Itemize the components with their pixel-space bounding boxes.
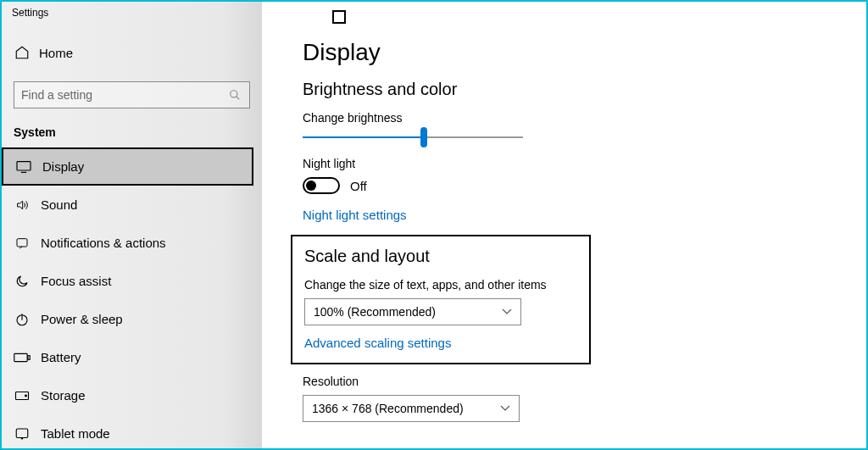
sidebar-item-display[interactable]: Display xyxy=(2,147,253,186)
section-scale-title: Scale and layout xyxy=(304,247,577,266)
sidebar-item-label: Focus assist xyxy=(34,274,111,288)
search-box[interactable] xyxy=(14,81,250,108)
text-size-label: Change the size of text, apps, and other… xyxy=(304,278,577,292)
brightness-label: Change brightness xyxy=(303,111,849,125)
night-light-label: Night light xyxy=(303,157,849,170)
night-light-state: Off xyxy=(350,179,367,193)
focus-assist-icon xyxy=(10,274,34,289)
search-input[interactable] xyxy=(21,88,229,102)
settings-sidebar: Settings Home System Display xyxy=(2,2,262,448)
svg-point-9 xyxy=(21,437,23,439)
search-icon xyxy=(229,89,242,101)
app-title: Settings xyxy=(2,5,262,31)
svg-rect-5 xyxy=(28,355,30,359)
sidebar-item-storage[interactable]: Storage xyxy=(2,376,262,414)
maximize-icon[interactable] xyxy=(332,10,346,24)
brightness-slider-thumb[interactable] xyxy=(420,127,427,147)
sidebar-item-label: Sound xyxy=(34,197,77,212)
display-icon xyxy=(12,160,36,174)
home-label: Home xyxy=(34,46,73,60)
svg-point-0 xyxy=(231,91,237,97)
toggle-knob xyxy=(306,181,316,191)
night-light-settings-link[interactable]: Night light settings xyxy=(303,208,407,222)
svg-rect-8 xyxy=(16,429,28,438)
section-brightness-title: Brightness and color xyxy=(303,80,849,99)
night-light-toggle[interactable] xyxy=(303,177,340,194)
sidebar-item-sound[interactable]: Sound xyxy=(2,186,262,224)
sidebar-item-label: Tablet mode xyxy=(34,426,110,441)
sidebar-item-label: Battery xyxy=(34,350,81,364)
content-pane: Display Brightness and color Change brig… xyxy=(277,2,866,448)
text-size-value: 100% (Recommended) xyxy=(314,305,436,319)
sound-icon xyxy=(10,198,34,212)
advanced-scaling-link[interactable]: Advanced scaling settings xyxy=(304,336,451,350)
power-icon xyxy=(10,312,34,327)
sidebar-item-power[interactable]: Power & sleep xyxy=(2,300,262,338)
sidebar-item-focus[interactable]: Focus assist xyxy=(2,262,262,300)
sidebar-item-tablet[interactable]: Tablet mode xyxy=(2,414,262,450)
sidebar-item-notifications[interactable]: Notifications & actions xyxy=(2,224,262,262)
sidebar-item-label: Notifications & actions xyxy=(34,236,166,250)
svg-rect-2 xyxy=(17,238,27,246)
resolution-value: 1366 × 768 (Recommended) xyxy=(312,402,464,415)
svg-rect-1 xyxy=(17,161,31,169)
battery-icon xyxy=(10,353,34,363)
resolution-label: Resolution xyxy=(303,375,849,388)
storage-icon xyxy=(10,390,34,402)
home-icon xyxy=(10,45,34,60)
svg-point-7 xyxy=(25,395,27,397)
brightness-slider-fill xyxy=(303,136,424,138)
sidebar-item-label: Display xyxy=(36,159,84,174)
category-header: System xyxy=(2,124,262,147)
chevron-down-icon xyxy=(500,405,510,412)
sidebar-item-battery[interactable]: Battery xyxy=(2,338,262,376)
resolution-dropdown[interactable]: 1366 × 768 (Recommended) xyxy=(303,395,520,422)
home-nav[interactable]: Home xyxy=(2,36,262,69)
sidebar-item-label: Storage xyxy=(34,388,86,403)
tablet-icon xyxy=(10,427,34,441)
svg-rect-4 xyxy=(14,353,27,361)
sidebar-item-label: Power & sleep xyxy=(34,312,123,326)
text-size-dropdown[interactable]: 100% (Recommended) xyxy=(304,298,521,325)
notifications-icon xyxy=(10,236,34,250)
chevron-down-icon xyxy=(502,308,512,315)
brightness-slider[interactable] xyxy=(303,136,523,138)
scale-layout-highlight: Scale and layout Change the size of text… xyxy=(291,235,591,364)
page-title: Display xyxy=(303,39,849,66)
